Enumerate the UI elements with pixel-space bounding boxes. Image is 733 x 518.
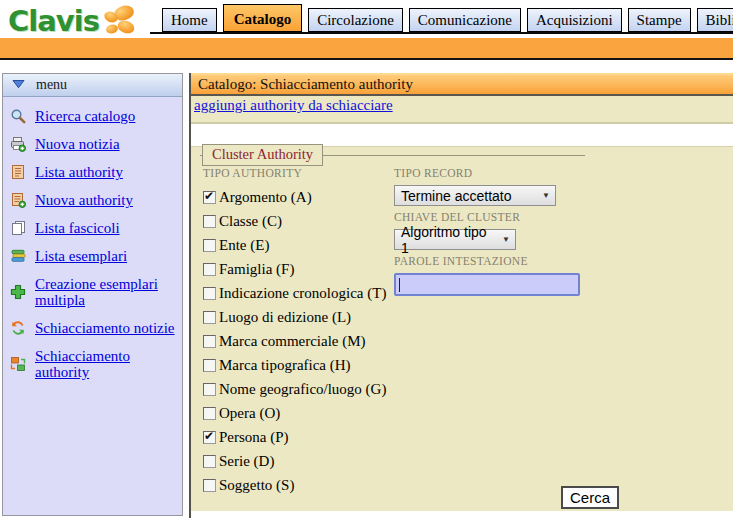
authority-option-row: Luogo di edizione (L) (203, 305, 585, 329)
main-area: Catalogo: Schiacciamento authority aggiu… (189, 73, 733, 518)
right-column: TIPO RECORD Termine accettato ▼ CHIAVE D… (394, 167, 594, 296)
authority-checkbox-label: Persona (P) (219, 429, 289, 446)
authority-option-row: Serie (D) (203, 449, 585, 473)
page: Clavis HomeCatalogoCir (0, 0, 733, 518)
tipo-record-select[interactable]: Termine accettato ▼ (394, 185, 556, 206)
authority-checkbox[interactable] (203, 431, 216, 444)
sidebar-link[interactable]: Lista authority (35, 164, 123, 180)
authority-checkbox[interactable] (203, 407, 216, 420)
sidebar-link[interactable]: Creazione esemplari multipla (35, 276, 178, 308)
clavis-logo: Clavis (8, 2, 137, 40)
logo-text: Clavis (8, 4, 99, 38)
search-icon (10, 108, 26, 124)
authority-checkbox[interactable] (203, 359, 216, 372)
flower-icon (101, 4, 137, 40)
sidebar-item: Schiacciamento notizie (10, 320, 178, 336)
cerca-button[interactable]: Cerca (561, 486, 619, 509)
tab-acquisizioni[interactable]: Acquisizioni (527, 8, 622, 32)
link-strip: aggiungi authority da schiacciare (191, 96, 733, 124)
authority-option-row: Persona (P) (203, 425, 585, 449)
authority-checkbox[interactable] (203, 287, 216, 300)
chiave-cluster-value: Algoritmo tipo 1 (401, 224, 494, 256)
authority-checkbox[interactable] (203, 479, 216, 492)
merge-arrows-icon (10, 320, 26, 336)
parole-intestazione-label: PAROLE INTESTAZIONE (394, 255, 594, 267)
authority-checkbox-label: Soggetto (S) (219, 477, 294, 494)
sidebar-link[interactable]: Ricerca catalogo (35, 108, 135, 124)
authority-checkbox-label: Classe (C) (219, 213, 282, 230)
authority-checkbox-label: Marca tipografica (H) (219, 357, 351, 374)
copy-pages-icon (10, 220, 26, 236)
sidebar-item: Lista authority (10, 164, 178, 180)
tab-stampe[interactable]: Stampe (628, 8, 691, 32)
sidebar-menu-title: menu (36, 77, 67, 93)
tab-catalogo[interactable]: Catalogo (223, 4, 303, 32)
sidebar-link[interactable]: Lista esemplari (35, 248, 127, 264)
sidebar-link[interactable]: Schiacciamento authority (35, 348, 178, 380)
dropdown-arrow-icon: ▼ (542, 191, 550, 200)
sidebar-item: Creazione esemplari multipla (10, 276, 178, 308)
add-authority-link[interactable]: aggiungi authority da schiacciare (194, 97, 393, 114)
cluster-authority-panel: Cluster Authority TIPO AUTHORITY Argomen… (191, 146, 733, 511)
sidebar-link[interactable]: Schiacciamento notizie (35, 320, 175, 336)
authority-checkbox[interactable] (203, 239, 216, 252)
tab-biblioteche[interactable]: Biblioteche (697, 8, 733, 32)
merge-books-icon (10, 356, 26, 372)
sidebar-menu-list: Ricerca catalogoNuova notiziaLista autho… (3, 97, 182, 380)
sidebar: menu Ricerca catalogoNuova notiziaLista … (2, 73, 183, 516)
parole-intestazione-wrap (394, 273, 594, 296)
sidebar-link[interactable]: Nuova notizia (35, 136, 120, 152)
fieldset-legend: Cluster Authority (202, 144, 323, 166)
sidebar-item: Schiacciamento authority (10, 348, 178, 380)
authority-option-row: Nome geografico/luogo (G) (203, 377, 585, 401)
chevron-down-icon (12, 77, 25, 93)
orange-band (0, 38, 733, 60)
text-caret (399, 278, 400, 292)
tipo-record-value: Termine accettato (401, 188, 512, 204)
authority-checkbox[interactable] (203, 215, 216, 228)
tab-bar: HomeCatalogoCircolazioneComunicazioneAcq… (150, 0, 733, 34)
authority-option-row: Marca commerciale (M) (203, 329, 585, 353)
authority-checkbox-label: Indicazione cronologica (T) (219, 285, 386, 302)
authority-checkbox-label: Famiglia (F) (219, 261, 294, 278)
authority-checkbox[interactable] (203, 455, 216, 468)
sidebar-item: Ricerca catalogo (10, 108, 178, 124)
cluster-authority-fieldset: Cluster Authority TIPO AUTHORITY Argomen… (200, 155, 585, 497)
chiave-cluster-select[interactable]: Algoritmo tipo 1 ▼ (394, 229, 516, 250)
sidebar-item: Lista fascicoli (10, 220, 178, 236)
page-title: Catalogo: Schiacciamento authority (191, 73, 733, 96)
spacer (191, 124, 733, 146)
authority-option-row: Marca tipografica (H) (203, 353, 585, 377)
authority-checkbox[interactable] (203, 335, 216, 348)
chiave-cluster-label: CHIAVE DEL CLUSTER (394, 211, 594, 223)
sidebar-link[interactable]: Lista fascicoli (35, 220, 120, 236)
document-list-icon (10, 164, 26, 180)
authority-checkbox-label: Marca commerciale (M) (219, 333, 366, 350)
tab-comunicazione[interactable]: Comunicazione (409, 8, 521, 32)
green-plus-icon (10, 284, 26, 300)
tab-home[interactable]: Home (162, 8, 217, 32)
authority-checkbox[interactable] (203, 383, 216, 396)
dropdown-arrow-icon: ▼ (502, 235, 510, 244)
authority-checkbox[interactable] (203, 263, 216, 276)
tipo-record-label: TIPO RECORD (394, 167, 594, 179)
authority-option-row: Soggetto (S) (203, 473, 585, 497)
printer-add-icon (10, 136, 26, 152)
authority-option-row: Opera (O) (203, 401, 585, 425)
authority-checkbox[interactable] (203, 311, 216, 324)
authority-checkbox[interactable] (203, 191, 216, 204)
sidebar-item: Nuova authority (10, 192, 178, 208)
sidebar-menu-header[interactable]: menu (3, 74, 182, 97)
books-stack-icon (10, 248, 26, 264)
authority-checkbox-label: Argomento (A) (219, 189, 312, 206)
authority-checkbox-label: Nome geografico/luogo (G) (219, 381, 386, 398)
top-header: Clavis HomeCatalogoCir (0, 0, 733, 38)
tab-circolazione[interactable]: Circolazione (308, 8, 403, 32)
authority-checkbox-label: Ente (E) (219, 237, 269, 254)
authority-checkbox-label: Serie (D) (219, 453, 274, 470)
parole-intestazione-input[interactable] (394, 273, 580, 296)
sidebar-link[interactable]: Nuova authority (35, 192, 133, 208)
authority-checkbox-label: Opera (O) (219, 405, 280, 422)
authority-checkbox-label: Luogo di edizione (L) (219, 309, 351, 326)
sidebar-item: Nuova notizia (10, 136, 178, 152)
